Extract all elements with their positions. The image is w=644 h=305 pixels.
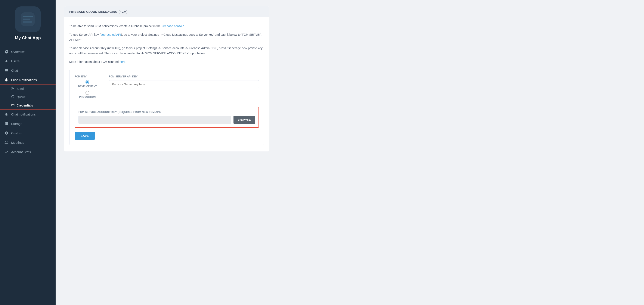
here-link[interactable]: here <box>120 60 126 64</box>
sidebar-item-queue[interactable]: Queue <box>0 93 56 101</box>
clock-icon <box>11 95 14 99</box>
sidebar-item-send[interactable]: Send <box>0 84 56 93</box>
card-header: FIREBASE CLOUD MESSAGING (FCM) <box>64 6 270 17</box>
fcm-env-column: FCM ENV DEVELOPMENT PRODUCTION <box>74 75 100 102</box>
firebase-console-link[interactable]: Firebase console. <box>162 24 185 28</box>
service-account-file-input[interactable] <box>78 116 231 124</box>
fcm-config-box: FCM ENV DEVELOPMENT PRODUCTION FCM SERVE… <box>69 70 264 145</box>
key-icon <box>11 103 14 107</box>
sidebar-item-chat[interactable]: Chat <box>0 66 56 75</box>
meetings-label: Meetings <box>11 141 24 144</box>
production-label: PRODUCTION <box>79 96 96 98</box>
users-label: Users <box>11 59 20 63</box>
account-stats-label: Account Stats <box>11 150 31 154</box>
stats-icon <box>4 150 8 154</box>
settings-icon <box>4 50 8 54</box>
sidebar-item-meetings[interactable]: Meetings <box>0 138 56 147</box>
sidebar-item-custom[interactable]: Custom <box>0 128 56 138</box>
user-icon <box>4 59 8 63</box>
description-2: To use Server API key (deprecated API), … <box>69 32 264 42</box>
service-account-key-section: FCM SERVICE ACCOUNT KEY (REQUIRED FROM N… <box>74 107 259 128</box>
storage-icon <box>4 122 8 126</box>
browse-button[interactable]: BROWSE <box>234 116 255 124</box>
sidebar-navigation: Overview Users Chat Push Notifications <box>0 45 56 305</box>
sidebar-item-credentials[interactable]: Credentials <box>0 101 56 110</box>
service-account-key-label: FCM SERVICE ACCOUNT KEY (REQUIRED FROM N… <box>78 110 255 114</box>
description-3: To use Service Account Key (new API), go… <box>69 46 264 56</box>
development-label: DEVELOPMENT <box>78 85 97 88</box>
queue-label: Queue <box>17 96 26 99</box>
description-4: More information about FCM situated here <box>69 60 264 64</box>
credentials-label: Credentials <box>17 104 33 107</box>
fcm-card: FIREBASE CLOUD MESSAGING (FCM) To be abl… <box>64 6 270 152</box>
deprecated-api-link[interactable]: deprecated API <box>100 33 121 36</box>
push-notifications-label: Push Notifications <box>11 78 37 82</box>
fcm-server-api-key-column: FCM SERVER API KEY <box>109 75 259 102</box>
svg-rect-1 <box>23 16 33 17</box>
send-label: Send <box>17 87 24 90</box>
meetings-icon <box>4 140 8 144</box>
chat-notifications-label: Chat notifications <box>11 112 36 116</box>
app-title: My Chat App <box>15 36 40 40</box>
sidebar: My Chat App Overview Users Chat <box>0 0 56 305</box>
development-radio[interactable] <box>86 80 89 84</box>
main-content: FIREBASE CLOUD MESSAGING (FCM) To be abl… <box>56 0 644 305</box>
server-api-key-input[interactable] <box>109 80 259 88</box>
card-body: To be able to send FCM notifications, cr… <box>64 17 270 152</box>
svg-rect-3 <box>23 22 32 23</box>
production-radio[interactable] <box>86 91 89 95</box>
production-option: PRODUCTION <box>74 91 100 98</box>
sidebar-item-storage[interactable]: Storage <box>0 119 56 128</box>
sidebar-item-chat-notifications[interactable]: Chat notifications <box>0 110 56 119</box>
sidebar-item-overview[interactable]: Overview <box>0 47 56 56</box>
chat-bell-icon <box>4 112 8 116</box>
description-1: To be able to send FCM notifications, cr… <box>69 24 264 29</box>
fcm-env-label: FCM ENV <box>74 75 100 78</box>
sidebar-item-push-notifications[interactable]: Push Notifications <box>0 75 56 84</box>
overview-label: Overview <box>11 50 24 54</box>
file-input-row: BROWSE <box>78 116 255 124</box>
sidebar-item-account-stats[interactable]: Account Stats <box>0 147 56 156</box>
custom-icon <box>4 131 8 135</box>
development-option: DEVELOPMENT <box>74 80 100 88</box>
fcm-server-api-key-label: FCM SERVER API KEY <box>109 75 259 78</box>
sidebar-item-users[interactable]: Users <box>0 56 56 66</box>
bell-push-icon <box>4 78 8 82</box>
custom-label: Custom <box>11 131 22 135</box>
chat-label: Chat <box>11 69 18 72</box>
storage-label: Storage <box>11 122 22 126</box>
fcm-env-key-row: FCM ENV DEVELOPMENT PRODUCTION FCM SERVE… <box>74 75 259 102</box>
section-title: FIREBASE CLOUD MESSAGING (FCM) <box>69 10 128 14</box>
app-logo <box>15 6 40 32</box>
save-button[interactable]: SAVE <box>74 132 95 140</box>
chat-icon <box>4 68 8 72</box>
sidebar-logo-area: My Chat App <box>0 0 56 45</box>
send-icon <box>11 86 14 91</box>
svg-rect-2 <box>23 18 30 20</box>
